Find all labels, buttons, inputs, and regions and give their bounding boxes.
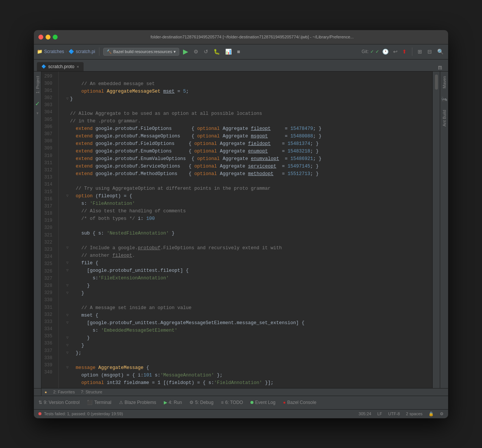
- project-panel-label[interactable]: 1: Project: [34, 72, 41, 98]
- code-editor[interactable]: 2993003013023033043053063073083093103113…: [41, 72, 432, 388]
- chevron-down-icon: ▾: [174, 49, 176, 54]
- code-line: [65, 237, 432, 244]
- minimize-button[interactable]: [46, 35, 50, 40]
- debug-icon: ⚙: [189, 400, 194, 405]
- fold-marker[interactable]: ▽: [65, 283, 70, 289]
- code-line: extend google.protobuf.FileOptions { opt…: [65, 125, 432, 133]
- fold-marker[interactable]: ▽: [65, 245, 70, 251]
- blaze-problems-button[interactable]: ⚠ Blaze Problems: [117, 399, 158, 406]
- code-line: // in the .proto grammar.: [65, 117, 432, 125]
- project-check-icon[interactable]: ✓: [34, 98, 41, 109]
- tab-scratch-proto[interactable]: 🔷 scratch.proto ×: [37, 62, 84, 71]
- refresh-icon[interactable]: ↺: [202, 49, 210, 55]
- debug-panel-button[interactable]: ⚙ 5: Debug: [188, 399, 215, 406]
- tab-bar: 🔷 scratch.proto × m: [34, 59, 448, 72]
- favorites-section: [34, 389, 41, 396]
- run-icon: ▶: [164, 400, 167, 405]
- folder-expand-icon[interactable]: ▾: [34, 109, 41, 117]
- toolbar: 📁 Scratches › 🔷 scratch.pi 🔨 Bazel build…: [34, 44, 448, 59]
- code-line: extend google.protobuf.MethodOptions { o…: [65, 170, 432, 178]
- git-undo-icon[interactable]: ↩: [392, 49, 399, 55]
- encoding[interactable]: UTF-8: [388, 411, 400, 416]
- status-right: 305:24 LF UTF-8 2 spaces 🔒 ⚙: [358, 411, 444, 416]
- run-button[interactable]: ▶: [182, 47, 190, 56]
- star-icon[interactable]: ★: [44, 389, 47, 395]
- indent[interactable]: 2 spaces: [406, 411, 423, 416]
- fold-marker[interactable]: ▽: [65, 260, 70, 266]
- fold-marker[interactable]: ▽: [65, 96, 70, 102]
- bazel-console-button[interactable]: ● Bazel Console: [282, 399, 318, 406]
- run-panel-button[interactable]: ▶ 4: Run: [162, 399, 183, 406]
- bottom-labels-row: ★ 2: Favorites 7: Structure: [41, 389, 448, 395]
- close-button[interactable]: [38, 35, 43, 40]
- code-line: s: 'EmbeddedMessageSetElement': [65, 327, 432, 334]
- cursor-position[interactable]: 305:24: [358, 411, 371, 416]
- build-icon: 🔨: [107, 49, 112, 54]
- code-line: extend google.protobuf.MessageOptions { …: [65, 133, 432, 140]
- search-icon[interactable]: 🔍: [436, 49, 445, 55]
- code-line: // A message set inside an option value: [65, 304, 432, 312]
- line-endings[interactable]: LF: [377, 411, 382, 416]
- proto-icon: 🔷: [69, 49, 74, 54]
- line-numbers: 2993003013023033043053063073083093103113…: [41, 72, 59, 388]
- git-check-1[interactable]: ✓: [370, 49, 374, 54]
- favorites-label[interactable]: 2: Favorites: [53, 390, 75, 394]
- fold-marker[interactable]: ▽: [65, 335, 70, 341]
- code-line: // Try using AggregateOption at differen…: [65, 185, 432, 192]
- code-line: ▽ // Include a google.protobuf.FileOptio…: [65, 244, 432, 252]
- fold-marker[interactable]: ▽: [65, 268, 70, 274]
- settings-icon[interactable]: ⚙: [192, 49, 200, 55]
- debug-icon[interactable]: 🐛: [212, 49, 221, 55]
- git-check-2[interactable]: ✓: [375, 49, 379, 54]
- settings-gear-icon[interactable]: ⚙: [440, 411, 444, 416]
- fold-marker[interactable]: ▽: [65, 193, 70, 199]
- code-line: s:'FileExtensionAnnotation': [65, 274, 432, 282]
- maximize-button[interactable]: [53, 35, 58, 40]
- maven-panel-label[interactable]: Maven: [441, 72, 448, 93]
- fold-marker[interactable]: ▽: [65, 350, 70, 356]
- code-line: optional int32 fieldname = 1 [(fieldopt)…: [65, 379, 432, 387]
- ant-icon[interactable]: 🐜: [439, 94, 448, 104]
- bazel-icon: ●: [283, 400, 286, 405]
- lock-icon[interactable]: 🔒: [429, 411, 434, 416]
- fold-marker[interactable]: ▽: [65, 312, 70, 318]
- terminal-label: Terminal: [94, 400, 111, 405]
- code-line: // another fileopt.: [65, 252, 432, 259]
- fold-marker[interactable]: ▽: [65, 290, 70, 296]
- git-push-icon[interactable]: ⬆: [401, 49, 408, 55]
- scratches-label[interactable]: Scratches: [44, 49, 64, 54]
- scratch-pi-label[interactable]: scratch.pi: [76, 49, 95, 54]
- code-line: ▽ mset {: [65, 312, 432, 319]
- status-left: Tests failed: 1, passed: 0 (yesterday 19…: [38, 411, 123, 416]
- code-line: extend google.protobuf.EnumOptions { opt…: [65, 148, 432, 155]
- event-log-dot: [250, 401, 253, 404]
- structure-label[interactable]: 7: Structure: [81, 390, 102, 394]
- run-panel-label: 4: Run: [169, 400, 182, 405]
- fold-marker[interactable]: ▽: [65, 343, 70, 349]
- profile-icon[interactable]: 📊: [224, 49, 233, 55]
- code-line: optional AggregateMessageSet mset = 5;: [65, 88, 432, 95]
- code-line: [65, 178, 432, 185]
- event-log-button[interactable]: Event Log: [249, 399, 277, 406]
- todo-button[interactable]: ≡ 6: TODO: [220, 399, 245, 406]
- tab-close-icon[interactable]: ×: [76, 64, 79, 69]
- code-line: ▽ option (fileopt) = {: [65, 192, 432, 200]
- git-history-icon[interactable]: 🕐: [381, 49, 390, 55]
- tab-label: scratch.proto: [48, 64, 74, 69]
- tab-proto-icon: 🔷: [41, 64, 46, 69]
- fold-marker[interactable]: ▽: [65, 320, 70, 326]
- code-line: extend google.protobuf.ServiceOptions { …: [65, 163, 432, 170]
- code-line: ▽ };: [65, 349, 432, 357]
- terminal-button[interactable]: ⬛ Terminal: [85, 399, 113, 406]
- scrollbar-thumb[interactable]: [435, 75, 438, 90]
- git-label: Git:: [362, 49, 369, 54]
- stop-icon[interactable]: ■: [235, 49, 241, 55]
- layout-icon[interactable]: ⊞: [416, 49, 424, 55]
- fold-marker[interactable]: ▽: [65, 365, 70, 371]
- code-content[interactable]: // An embedded message set optional Aggr…: [59, 72, 432, 388]
- ant-build-panel-label[interactable]: Ant Build: [441, 105, 448, 131]
- split-icon[interactable]: ⊟: [426, 49, 433, 55]
- build-config-button[interactable]: 🔨 Bazel build resources:resources ▾: [103, 48, 180, 56]
- window-title: folder-destination71287619495205774 [~/f…: [61, 35, 444, 39]
- version-control-button[interactable]: ⇅ 9: Version Control: [37, 399, 81, 406]
